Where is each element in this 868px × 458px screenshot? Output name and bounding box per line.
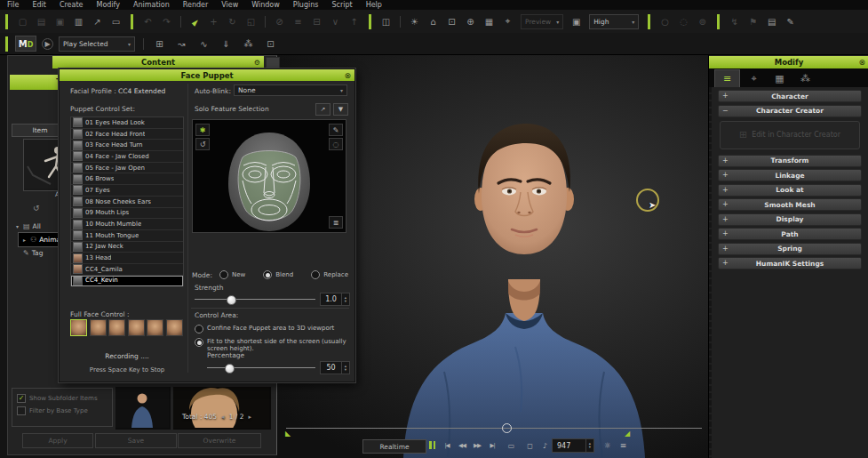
import-view-icon[interactable]: ⊡ <box>444 14 459 29</box>
puppet-control-item[interactable]: 02 Face Head Front <box>71 129 183 141</box>
pen-icon[interactable]: ✎ <box>783 14 798 29</box>
focus-icon[interactable]: ⊕ <box>463 14 478 29</box>
undo-icon[interactable]: ↶ <box>140 14 155 29</box>
lasso-icon[interactable]: ◌ <box>329 138 343 150</box>
puppet-control-item[interactable]: 05 Face - Jaw Open <box>71 163 183 174</box>
save-project-icon[interactable]: ▣ <box>52 14 68 29</box>
render-media-icon[interactable]: ▭ <box>108 14 123 29</box>
section-button[interactable]: + Look at <box>718 184 862 197</box>
close-icon[interactable]: ⊗ <box>344 69 351 81</box>
strength-value[interactable]: 1.0 ▴▾ <box>320 293 350 306</box>
redo-icon[interactable]: ↷ <box>159 14 174 29</box>
menu-item[interactable]: Window <box>251 1 280 9</box>
timeline-scrub-track[interactable] <box>286 428 702 429</box>
puppet-control-item[interactable]: 06 Brows <box>71 173 183 185</box>
puppet-control-item[interactable]: 04 Face - Jaw Closed <box>71 151 183 163</box>
strength-slider[interactable] <box>195 294 315 303</box>
new-project-icon[interactable]: ▢ <box>15 14 30 29</box>
fit-shortest-side-radio[interactable]: Fit to the shortest side of the screen (… <box>195 338 351 352</box>
section-button[interactable]: + Display <box>718 213 862 226</box>
reach-target-icon[interactable]: ⇓ <box>219 36 234 52</box>
close-icon[interactable]: ⊗ <box>858 56 865 68</box>
tab-material[interactable]: ▦ <box>768 70 792 87</box>
puppet-control-item[interactable]: 10 Mouth Mumble <box>71 219 183 230</box>
overwrite-button[interactable]: Overwrite <box>178 433 261 448</box>
puppet-control-item[interactable]: 03 Face Head Turn <box>71 140 183 151</box>
rewind-icon[interactable]: ◀◀ <box>455 439 469 452</box>
section-button[interactable]: + Smooth Mesh <box>718 198 862 211</box>
feature-list-icon[interactable]: ≣ <box>329 216 343 229</box>
soft-cloth-icon[interactable]: ○ <box>657 14 673 29</box>
reset-transform-icon[interactable]: ↑ <box>346 14 362 29</box>
pause-icon[interactable] <box>429 441 435 449</box>
face-puppet-viewport[interactable]: ✱ ↺ ✎ ◌ ≣ <box>192 119 346 233</box>
select-icon[interactable]: ► <box>184 11 205 32</box>
modify-panel-header[interactable]: Modify ⊗ <box>709 56 868 68</box>
section-button[interactable]: + Spring <box>718 243 862 255</box>
note-icon[interactable]: ♪ <box>538 439 552 452</box>
pencil-icon[interactable]: ✎ <box>329 124 343 136</box>
detach-icon[interactable]: ⊟ <box>309 14 324 29</box>
menu-item[interactable]: Edit <box>32 1 46 9</box>
face-control-thumb[interactable] <box>147 319 163 336</box>
auto-blink-dropdown[interactable]: None ▾ <box>234 84 347 96</box>
percentage-slider[interactable] <box>207 363 315 372</box>
flip-icon[interactable]: ∨ <box>328 14 343 29</box>
list-icon[interactable]: ≡ <box>616 439 630 452</box>
frame-counter[interactable]: 947 ▴ ▾ <box>552 438 594 453</box>
section-button[interactable]: − Character Creator <box>718 105 862 117</box>
slider-handle[interactable] <box>227 295 236 305</box>
face-control-thumb[interactable] <box>70 319 87 336</box>
menu-item[interactable]: Plugins <box>293 1 319 9</box>
spinner[interactable]: ▴▾ <box>341 362 349 374</box>
quality-dropdown[interactable]: High ▾ <box>589 14 639 29</box>
menu-item[interactable]: File <box>7 1 19 9</box>
scale-icon[interactable]: ◱ <box>243 14 259 29</box>
face-puppet-header[interactable]: Face Puppet ⊗ <box>60 69 354 81</box>
menu-item[interactable]: Render <box>183 1 208 9</box>
light-icon[interactable]: ☀ <box>407 14 422 29</box>
mode-radio[interactable]: New <box>219 270 245 279</box>
align-icon[interactable]: ≡ <box>291 14 306 29</box>
slider-handle[interactable] <box>225 364 235 374</box>
section-button[interactable]: + HumanIK Settings <box>718 257 862 269</box>
face-control-thumb[interactable] <box>90 319 107 336</box>
next-page-icon[interactable]: ▸ <box>249 414 252 421</box>
timeline-start-marker[interactable]: ◣ <box>285 430 291 438</box>
menu-item[interactable]: Script <box>331 1 352 9</box>
confine-area-radio[interactable]: Confine Face Puppet area to 3D viewport <box>195 325 351 333</box>
edit-in-character-creator-button[interactable]: ⊞ Edit in Character Creator <box>720 121 860 149</box>
grid-icon[interactable]: ▦ <box>482 14 497 29</box>
content-item-thumbnail[interactable] <box>115 386 171 430</box>
section-button[interactable]: + Linkage <box>718 169 862 181</box>
home-view-icon[interactable]: ⌂ <box>426 14 441 29</box>
menu-item[interactable]: View <box>221 1 238 9</box>
spring-icon[interactable]: ↯ <box>727 14 742 29</box>
timeline-scrub-handle[interactable] <box>502 423 512 433</box>
person-box-icon[interactable]: ⊡ <box>263 36 278 52</box>
menu-item[interactable]: Create <box>60 1 84 9</box>
loop-icon[interactable]: ▭ <box>504 439 518 452</box>
puppet-control-item[interactable]: 11 Mouth Tongue <box>71 230 183 242</box>
load-profile-icon[interactable]: ↗ <box>315 103 330 116</box>
puppet-control-item[interactable]: CC4_Camila <box>71 264 183 276</box>
percentage-value[interactable]: 50 ▴▾ <box>320 361 350 374</box>
play-circle-icon[interactable]: ▶ <box>42 38 53 50</box>
grab-control-icon[interactable]: ✱ <box>195 124 210 136</box>
save-button[interactable]: Save <box>95 433 177 448</box>
workspace-layout-icon[interactable]: ◫ <box>378 14 394 29</box>
prev-page-icon[interactable]: ◂ <box>221 414 225 421</box>
content-panel-header[interactable]: Content ⚙ <box>52 56 264 68</box>
gamepad-icon[interactable]: ⊞ <box>152 36 167 52</box>
camcorder-icon[interactable]: ▣ <box>569 14 584 29</box>
menu-item[interactable]: Help <box>366 1 382 9</box>
tab-morph[interactable]: ⁂ <box>793 70 817 87</box>
motion-director-logo[interactable]: M D <box>15 36 36 52</box>
motion-curve-icon[interactable]: ↝ <box>174 36 189 52</box>
rigid-body-icon[interactable]: ◌ <box>676 14 691 29</box>
filter-checkbox-row[interactable]: ✓ Show Subfolder Items <box>17 392 108 405</box>
timeline-end-marker[interactable]: ◢ <box>625 430 630 438</box>
link-icon[interactable]: ⊘ <box>272 14 287 29</box>
filter-checkbox-row[interactable]: ✓ Filter by Base Type <box>17 405 108 417</box>
export-icon[interactable]: ↗ <box>90 14 105 29</box>
